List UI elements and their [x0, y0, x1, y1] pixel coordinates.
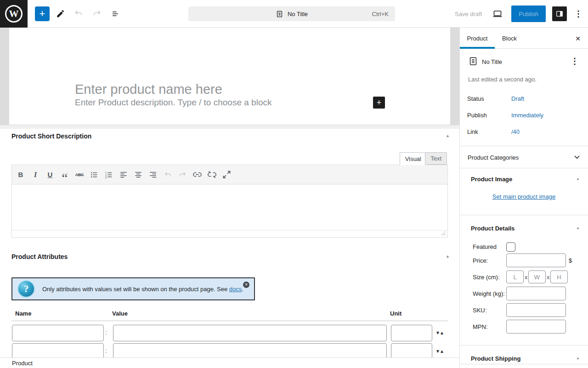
- editor-redo-button[interactable]: [175, 165, 190, 184]
- bold-button[interactable]: B: [13, 165, 28, 184]
- laptop-icon: [492, 8, 503, 19]
- mpn-input[interactable]: [506, 320, 566, 334]
- bullet-list-button[interactable]: [87, 165, 102, 184]
- expand-categories-button[interactable]: [571, 151, 582, 164]
- post-title: No Title: [482, 58, 502, 65]
- attribute-unit-input[interactable]: [391, 325, 432, 341]
- collapse-icon: ▲: [576, 356, 580, 360]
- set-product-image-link[interactable]: Set main product image: [460, 193, 588, 200]
- underline-icon: U: [48, 171, 53, 178]
- attribute-unit-input[interactable]: [391, 343, 432, 357]
- editor-undo-button[interactable]: [160, 165, 175, 184]
- fullscreen-button[interactable]: [219, 165, 234, 184]
- command-search-bar[interactable]: No Title Ctrl+K: [188, 6, 395, 21]
- list-view-button[interactable]: [108, 6, 123, 21]
- add-block-button[interactable]: +: [373, 97, 385, 109]
- categories-panel-title: Product Categories: [468, 154, 519, 161]
- strikethrough-button[interactable]: ABC: [72, 165, 87, 184]
- options-menu-button[interactable]: ⋮: [573, 10, 583, 18]
- sku-input[interactable]: [506, 303, 566, 317]
- sidebar-tabs: Product Block ✕: [460, 28, 588, 49]
- size-length-input[interactable]: [506, 270, 524, 283]
- attributes-notice: ? Only attributes with values set will b…: [11, 277, 255, 300]
- collapse-icon: ▲: [576, 177, 580, 181]
- preview-button[interactable]: [490, 6, 505, 21]
- plus-icon: +: [377, 98, 382, 108]
- attribute-value-input[interactable]: [113, 343, 387, 357]
- docs-link[interactable]: docs: [229, 286, 242, 293]
- product-title-input[interactable]: Enter product name here: [75, 82, 222, 97]
- tab-block[interactable]: Block: [495, 28, 524, 49]
- short-description-content[interactable]: [12, 184, 447, 230]
- reorder-arrows-icon[interactable]: ▼▲: [435, 349, 444, 354]
- attribute-value-input[interactable]: [113, 325, 387, 341]
- insert-link-button[interactable]: [190, 165, 204, 184]
- undo-button[interactable]: [71, 6, 86, 21]
- publish-value-button[interactable]: Immediately: [511, 112, 543, 119]
- settings-panel-toggle-button[interactable]: [552, 6, 567, 21]
- size-height-input[interactable]: [550, 270, 568, 283]
- collapse-details-panel-button[interactable]: ▲: [576, 226, 580, 230]
- post-actions-button[interactable]: ⋮: [570, 57, 580, 65]
- status-value-button[interactable]: Draft: [511, 95, 524, 102]
- size-separator: x: [525, 274, 528, 281]
- link-value-button[interactable]: /40: [511, 128, 520, 135]
- column-header-value: Value: [112, 310, 128, 317]
- top-toolbar: W +: [0, 0, 588, 28]
- save-draft-button[interactable]: Save draft: [453, 8, 484, 20]
- attribute-name-input[interactable]: [12, 343, 104, 357]
- italic-button[interactable]: I: [28, 165, 43, 184]
- breadcrumb[interactable]: Product: [12, 360, 33, 367]
- size-label: Size (cm):: [473, 274, 500, 281]
- blockquote-button[interactable]: “: [57, 165, 72, 184]
- size-separator: x: [547, 274, 550, 281]
- wordpress-logo-icon: W: [5, 5, 23, 23]
- underline-button[interactable]: U: [43, 165, 57, 184]
- attribute-name-input[interactable]: [12, 325, 104, 341]
- featured-checkbox[interactable]: [506, 242, 515, 252]
- wordpress-product-editor: W +: [0, 0, 588, 368]
- undo-icon: [164, 170, 172, 179]
- question-icon: ?: [17, 280, 35, 298]
- details-panel-title: Product Details: [471, 225, 514, 232]
- edit-tool-button[interactable]: [53, 6, 68, 21]
- short-description-editor: B I U “ ABC 123: [11, 165, 448, 238]
- status-label: Status: [467, 95, 484, 102]
- collapse-attributes-button[interactable]: ▲: [446, 254, 450, 259]
- wordpress-menu-button[interactable]: W: [0, 0, 28, 28]
- panel-product-categories[interactable]: Product Categories: [460, 146, 588, 168]
- weight-input[interactable]: [506, 287, 566, 300]
- publish-label: Publish: [467, 112, 487, 119]
- dismiss-notice-button[interactable]: ✕: [243, 282, 249, 288]
- tab-product[interactable]: Product: [460, 28, 495, 49]
- collapse-image-panel-button[interactable]: ▲: [576, 177, 580, 181]
- close-icon: ✕: [575, 35, 581, 42]
- align-right-button[interactable]: [146, 165, 160, 184]
- block-inserter-button[interactable]: +: [35, 6, 50, 21]
- divider: [460, 364, 588, 364]
- settings-sidebar: Product Block ✕ No Title ⋮ Last edited a…: [459, 28, 588, 368]
- shipping-panel-title: Product Shipping: [471, 355, 520, 362]
- reorder-arrows-icon[interactable]: ▼▲: [435, 330, 444, 335]
- product-description-input[interactable]: Enter Product description. Type / to cho…: [75, 98, 271, 108]
- close-sidebar-button[interactable]: ✕: [573, 34, 582, 43]
- numbered-list-button[interactable]: 123: [102, 165, 116, 184]
- tab-visual[interactable]: Visual: [400, 152, 427, 165]
- undo-icon: [74, 9, 84, 19]
- collapse-short-description-button[interactable]: ▲: [446, 133, 450, 138]
- remove-link-button[interactable]: [204, 165, 219, 184]
- size-width-input[interactable]: [528, 270, 546, 283]
- redo-button[interactable]: [90, 6, 104, 21]
- weight-label: Weight (kg):: [473, 290, 505, 297]
- resize-grip-icon[interactable]: [441, 230, 446, 236]
- editor-statusbar: [12, 230, 447, 237]
- price-input[interactable]: [506, 253, 566, 267]
- align-left-button[interactable]: [116, 165, 131, 184]
- tab-text[interactable]: Text: [425, 152, 447, 165]
- align-center-button[interactable]: [131, 165, 146, 184]
- editor-toolbar: B I U “ ABC 123: [12, 165, 447, 184]
- publish-button[interactable]: Publish: [511, 6, 546, 22]
- editor-canvas[interactable]: Enter product name here Enter Product de…: [9, 28, 450, 125]
- collapse-shipping-panel-button[interactable]: ▲: [576, 356, 580, 360]
- colon-separator: :: [105, 329, 107, 336]
